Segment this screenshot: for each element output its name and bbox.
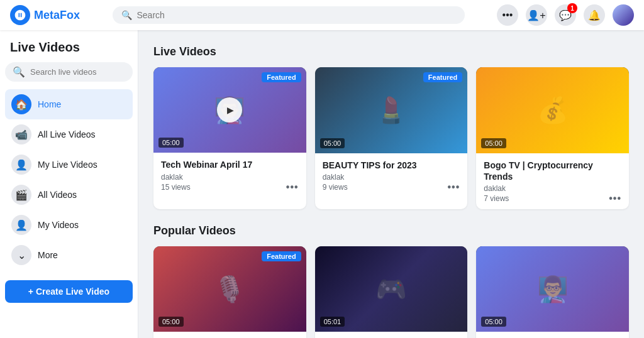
video-options-3[interactable]: ••• <box>609 193 621 204</box>
video-info-5: Sunday Stream | Life hacks Admin 19 view… <box>315 332 468 338</box>
sidebar-title: Live Videos <box>5 40 133 62</box>
my-videos-icon: 👤 <box>11 215 31 235</box>
bell-icon: 🔔 <box>588 9 601 21</box>
duration-1: 05:00 <box>158 138 184 148</box>
home-icon: 🏠 <box>11 94 31 114</box>
notifications-button[interactable]: 🔔 <box>584 4 605 26</box>
video-title-1: Tech Webinar April 17 <box>161 159 299 170</box>
featured-badge-2: Featured <box>423 72 462 82</box>
messenger-button[interactable]: 💬 1 <box>555 4 576 26</box>
video-card-2[interactable]: 💄 Featured 05:00 BEAUTY TIPS for 2023 da… <box>315 67 468 209</box>
video-card-5[interactable]: 🎮 05:01 Sunday Stream | Life hacks Admin… <box>315 246 468 338</box>
sidebar-item-all-live-videos[interactable]: 📹 All Live Videos <box>5 119 133 150</box>
video-card-4[interactable]: 🎙️ Featured 05:00 Social Marketplace Q&A… <box>153 246 306 338</box>
video-thumb-5: 🎮 05:01 <box>315 246 468 332</box>
header-left: MetaFox <box>10 5 80 25</box>
more-options-button[interactable]: ••• <box>497 4 518 26</box>
duration-3: 05:00 <box>481 138 506 148</box>
video-thumb-4: 🎙️ Featured 05:00 <box>153 246 306 332</box>
more-icon: ⌄ <box>11 245 31 265</box>
video-options-1[interactable]: ••• <box>286 182 299 193</box>
video-card-6[interactable]: 👨‍🏫 05:00 Tech Webinar April 17 daklak 1… <box>476 246 629 338</box>
sidebar-item-my-live-videos[interactable]: 👤 My Live Videos <box>5 150 133 180</box>
sidebar: Live Videos 🔍 🏠 Home 📹 All Live Videos 👤… <box>0 30 138 338</box>
sidebar-item-home[interactable]: 🏠 Home <box>5 89 133 119</box>
video-info-3: Bogo TV | Cryptocurrency Trends daklak 7… <box>476 153 629 209</box>
live-videos-section-title: Live Videos <box>153 45 629 58</box>
video-meta-3: 7 views ••• <box>484 193 621 204</box>
video-title-3: Bogo TV | Cryptocurrency Trends <box>484 160 621 182</box>
add-friend-icon: 👤+ <box>527 9 545 21</box>
sidebar-item-label: My Live Videos <box>38 160 97 170</box>
video-thumb-3: 💰 05:00 <box>476 67 629 153</box>
video-views-1: 15 views <box>161 183 191 192</box>
duration-6: 05:00 <box>481 317 506 327</box>
create-live-video-button[interactable]: + Create Live Video <box>5 280 133 303</box>
video-info-2: BEAUTY TIPS for 2023 daklak 9 views ••• <box>315 153 468 198</box>
video-title-2: BEAUTY TIPS for 2023 <box>323 160 460 171</box>
add-friend-button[interactable]: 👤+ <box>526 4 547 26</box>
sidebar-item-label: All Live Videos <box>38 129 96 139</box>
video-options-2[interactable]: ••• <box>448 182 460 193</box>
duration-2: 05:00 <box>320 138 345 148</box>
header-search-input[interactable] <box>137 10 456 20</box>
sidebar-search-input[interactable] <box>30 67 125 77</box>
duration-4: 05:00 <box>158 317 184 327</box>
featured-badge-4: Featured <box>262 251 301 261</box>
header: MetaFox 🔍 ••• 👤+ 💬 1 🔔 <box>0 0 644 30</box>
dots-icon: ••• <box>502 9 513 21</box>
video-meta-1: 15 views ••• <box>161 182 299 193</box>
sidebar-item-label: All Videos <box>38 190 77 200</box>
video-views-2: 9 views <box>323 183 348 192</box>
sidebar-item-label: More <box>38 250 58 260</box>
header-right: ••• 👤+ 💬 1 🔔 <box>497 4 634 26</box>
header-center: 🔍 <box>113 6 465 24</box>
video-views-3: 7 views <box>484 194 509 203</box>
video-card-3[interactable]: 💰 05:00 Bogo TV | Cryptocurrency Trends … <box>476 67 629 209</box>
popular-videos-grid: 🎙️ Featured 05:00 Social Marketplace Q&A… <box>153 246 629 338</box>
all-videos-icon: 🎬 <box>11 185 31 205</box>
video-info-6: Tech Webinar April 17 daklak 15 views ••… <box>476 332 629 338</box>
video-card-1[interactable]: 👨‍🏫 Featured 05:00 Tech Webinar April 17… <box>153 67 306 209</box>
sidebar-item-label: My Videos <box>38 220 79 230</box>
sidebar-item-my-videos[interactable]: 👤 My Videos <box>5 210 133 240</box>
video-info-1: Tech Webinar April 17 daklak 15 views ••… <box>153 153 306 197</box>
sidebar-item-all-videos[interactable]: 🎬 All Videos <box>5 180 133 210</box>
layout: Live Videos 🔍 🏠 Home 📹 All Live Videos 👤… <box>0 0 644 338</box>
main-content: Live Videos 👨‍🏫 Featured 05:00 Tech Webi… <box>138 30 644 338</box>
popular-videos-section-title: Popular Videos <box>153 224 629 237</box>
video-thumb-2: 💄 Featured 05:00 <box>315 67 468 153</box>
video-author-3: daklak <box>484 184 621 193</box>
header-search-bar[interactable]: 🔍 <box>113 6 465 24</box>
live-videos-grid: 👨‍🏫 Featured 05:00 Tech Webinar April 17… <box>153 67 629 209</box>
duration-5: 05:01 <box>320 317 345 327</box>
video-author-2: daklak <box>323 173 460 182</box>
logo[interactable]: MetaFox <box>10 5 80 25</box>
play-button-1[interactable] <box>217 97 242 123</box>
video-thumb-1: 👨‍🏫 Featured 05:00 <box>153 67 306 153</box>
video-author-1: daklak <box>161 173 299 182</box>
logo-icon <box>10 5 30 25</box>
sidebar-item-more[interactable]: ⌄ More <box>5 240 133 270</box>
all-live-videos-icon: 📹 <box>11 124 31 144</box>
messenger-badge: 1 <box>567 3 577 13</box>
my-live-videos-icon: 👤 <box>11 155 31 175</box>
logo-text: MetaFox <box>34 9 80 22</box>
sidebar-search-icon: 🔍 <box>13 66 25 78</box>
user-avatar[interactable] <box>613 4 634 26</box>
sidebar-item-label: Home <box>38 99 61 109</box>
featured-badge-1: Featured <box>262 72 301 82</box>
video-info-4: Social Marketplace Q&A daklak 20 views •… <box>153 332 306 338</box>
search-icon: 🔍 <box>121 10 132 20</box>
video-thumb-6: 👨‍🏫 05:00 <box>476 246 629 332</box>
sidebar-search[interactable]: 🔍 <box>5 62 133 82</box>
avatar-image <box>613 4 634 26</box>
video-meta-2: 9 views ••• <box>323 182 460 193</box>
